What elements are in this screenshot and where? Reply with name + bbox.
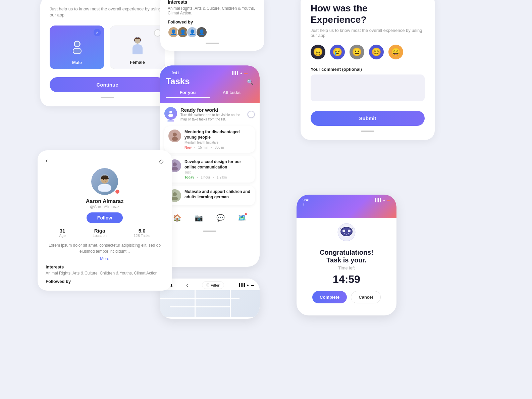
- submit-button[interactable]: Submit: [311, 111, 425, 126]
- interests-text: Animal Rights, Arts & Culture, Children …: [46, 271, 164, 276]
- age-value: 31: [59, 228, 66, 234]
- ready-title: Ready for work!: [180, 107, 244, 113]
- time-left-label: Time left: [303, 265, 390, 270]
- wifi-icon: ▲: [246, 283, 250, 287]
- nav-home-icon[interactable]: 🏠: [173, 214, 181, 222]
- nav-chat-icon[interactable]: 💬: [216, 214, 225, 222]
- follow-button[interactable]: Follow: [87, 212, 123, 223]
- signal-icon: ▐▐▐: [231, 71, 238, 75]
- task-2-time: 1 hour: [201, 176, 210, 179]
- emoji-laugh[interactable]: 😄: [388, 45, 403, 59]
- map-road: [160, 298, 240, 299]
- task-1-info: Mentoring for disadvantaged young people…: [184, 130, 251, 149]
- interests-text: Animal Rights, Arts & Culture, Children …: [168, 6, 257, 15]
- profile-bio: Lorem ipsum dolor sit amet, consectetur …: [46, 242, 164, 254]
- svg-point-17: [106, 179, 107, 180]
- continue-button[interactable]: Continue: [50, 77, 165, 92]
- gender-options: ✓ Male F: [50, 26, 165, 69]
- congrats-actions: Complete Cancel: [303, 291, 390, 303]
- status-icons: ▐▐▐ ▲ ▬: [231, 71, 248, 75]
- comment-label: Your comment (optional): [311, 67, 425, 72]
- ready-underline: [167, 120, 174, 121]
- filter-button[interactable]: ⊞ Filter: [202, 281, 224, 289]
- profile-name: Aaron Almaraz: [46, 198, 164, 204]
- male-label: Male: [72, 60, 82, 65]
- tasks-label: 128 Tasks: [134, 234, 150, 238]
- female-label: Female: [130, 60, 145, 65]
- countdown-timer: 14:59: [303, 273, 390, 286]
- task-card-2[interactable]: Develop a cool design for our online com…: [164, 156, 255, 183]
- map-back-icon[interactable]: ‹: [186, 282, 188, 288]
- back-icon[interactable]: ‹: [46, 157, 48, 164]
- ready-avatar: [164, 107, 177, 120]
- tasks-title: Tasks: [166, 76, 190, 87]
- task-1-time: 15 min: [198, 146, 208, 149]
- task-2-info: Develop a cool design for our online com…: [184, 159, 251, 179]
- tasks-body: Ready for work! Turn this switcher on to…: [160, 103, 260, 211]
- profile-handle: @AaronAlmaraz: [46, 204, 164, 209]
- tasks-tabs: For you All tasks: [166, 90, 254, 98]
- svg-rect-7: [168, 114, 173, 117]
- task-3-title: Motivate and support children and adults…: [184, 189, 251, 200]
- tasks-header: 9:41 ▐▐▐ ▲ ▬ Tasks 🔍 For you All tasks: [160, 65, 260, 103]
- followed-by-heading: Followed by: [46, 279, 164, 284]
- map-status-bar: 9:41 ‹ ⊞ Filter ▐▐▐ ▲ ▬: [160, 279, 260, 290]
- status-icons: ▐▐▐ ▲ ▬: [374, 198, 390, 202]
- task-3-info: Motivate and support children and adults…: [184, 189, 251, 200]
- bookmark-icon[interactable]: ◇: [159, 158, 164, 165]
- male-option[interactable]: ✓ Male: [50, 26, 104, 69]
- tab-for-you[interactable]: For you: [166, 90, 210, 98]
- complete-button[interactable]: Complete: [312, 291, 347, 303]
- congrats-body: Congratulations!Task is your. Time left …: [297, 218, 396, 310]
- gender-subtitle: Just help us to know most the overall ex…: [50, 6, 165, 18]
- emoji-happy[interactable]: 😊: [369, 45, 384, 59]
- svg-point-8: [173, 133, 177, 137]
- nav-camera-icon[interactable]: 📷: [195, 214, 203, 222]
- map-view[interactable]: [160, 290, 260, 317]
- task-card-3[interactable]: Motivate and support children and adults…: [164, 186, 255, 205]
- profile-stats: 31 Age Riga Location 5.0 128 Tasks: [46, 228, 164, 238]
- ready-toggle[interactable]: [247, 111, 255, 118]
- gender-check-male: ✓: [94, 29, 101, 36]
- location-value: Riga: [93, 228, 107, 234]
- home-indicator: [361, 131, 374, 132]
- battery-icon: ▬: [251, 283, 254, 287]
- more-link[interactable]: More: [46, 256, 164, 261]
- task-2-title: Develop a cool design for our online com…: [184, 159, 251, 170]
- signal-icon: ▐▐▐: [238, 283, 245, 287]
- task-1-meta: Now • 15 min • 800 m: [184, 146, 251, 149]
- emoji-angry[interactable]: 😠: [311, 45, 325, 59]
- svg-point-10: [173, 162, 177, 166]
- congrats-back-icon[interactable]: ‹: [303, 201, 305, 208]
- emoji-sad[interactable]: 😢: [330, 45, 345, 59]
- nav-map-icon[interactable]: 🗺️: [238, 214, 246, 222]
- map-road: [170, 306, 230, 307]
- mask-icon: [303, 223, 390, 245]
- female-option[interactable]: Female: [110, 26, 165, 69]
- cancel-button[interactable]: Cancel: [351, 291, 381, 303]
- svg-point-23: [348, 230, 351, 232]
- home-indicator: [203, 231, 216, 232]
- female-avatar-icon: [129, 35, 146, 58]
- tasks-time: 9:41: [172, 71, 179, 75]
- status-icons: ▐▐▐ ▲ ▬: [238, 283, 254, 287]
- toggle-knob: [248, 111, 254, 117]
- task-card-1[interactable]: Mentoring for disadvantaged young people…: [164, 126, 255, 153]
- emoji-neutral[interactable]: 😐: [350, 45, 364, 59]
- svg-rect-11: [172, 167, 178, 170]
- filter-icon: ⊞: [206, 283, 209, 287]
- wifi-icon: ▲: [240, 71, 243, 75]
- stat-location: Riga Location: [93, 228, 107, 238]
- tab-all-tasks[interactable]: All tasks: [210, 90, 254, 98]
- experience-card: How was the Experience? Just help us to …: [301, 0, 435, 140]
- map-road: [195, 290, 196, 317]
- bottom-navigation: 🏠 📷 💬 🗺️: [160, 211, 260, 226]
- followed-avatars: 👤 👤 👤 👤: [168, 27, 257, 38]
- nav-dot: [245, 213, 247, 215]
- tasks-value: 5.0: [134, 228, 150, 234]
- task-1-title: Mentoring for disadvantaged young people: [184, 130, 251, 140]
- age-label: Age: [59, 234, 66, 238]
- search-icon[interactable]: 🔍: [247, 79, 254, 85]
- home-indicator: [206, 43, 219, 44]
- comment-textarea[interactable]: [311, 74, 425, 101]
